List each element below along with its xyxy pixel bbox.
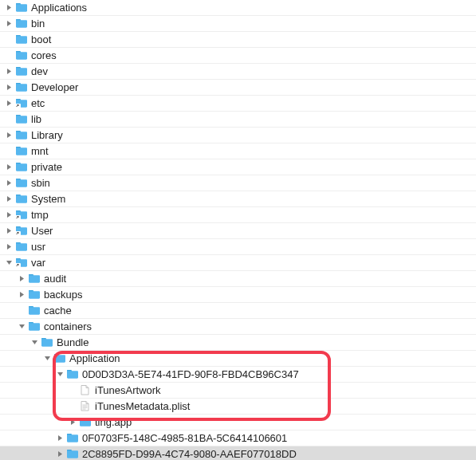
tree-item-label: containers (44, 319, 92, 335)
file-icon (79, 384, 92, 396)
tree-row[interactable]: System (0, 191, 476, 207)
chevron-right-icon[interactable] (5, 195, 14, 203)
chevron-right-icon[interactable] (69, 418, 77, 427)
folder-icon (15, 81, 28, 93)
tree-item-label: Applications (31, 0, 87, 16)
folder-icon (28, 305, 41, 316)
tree-row[interactable]: User (0, 223, 476, 239)
folder-alias-icon (15, 257, 28, 269)
chevron-down-icon[interactable] (5, 258, 14, 267)
chevron-down-icon[interactable] (18, 322, 26, 331)
folder-icon (15, 145, 28, 157)
tree-item-label: dev (31, 64, 48, 80)
folder-icon (66, 448, 79, 460)
chevron-down-icon[interactable] (30, 338, 39, 347)
chevron-right-icon[interactable] (5, 131, 14, 140)
folder-icon (15, 177, 28, 189)
tree-row[interactable]: sbin (0, 175, 476, 191)
chevron-right-icon[interactable] (5, 242, 14, 251)
tree-row[interactable]: private (0, 159, 476, 175)
tree-item-label: etc (31, 96, 45, 112)
tree-row[interactable]: Bundle (0, 335, 476, 351)
tree-row[interactable]: var (0, 255, 476, 271)
tree-row[interactable]: audit (0, 271, 476, 287)
tree-item-label: lib (31, 112, 41, 128)
chevron-right-icon[interactable] (5, 210, 14, 219)
tree-row[interactable]: bin (0, 16, 476, 32)
tree-row[interactable]: etc (0, 96, 476, 112)
tree-item-label: private (31, 159, 62, 175)
folder-icon (28, 289, 41, 301)
tree-row[interactable]: mnt (0, 144, 476, 159)
chevron-right-icon[interactable] (56, 434, 65, 442)
folder-icon (79, 416, 92, 428)
folder-icon (15, 33, 28, 45)
folder-icon (53, 352, 66, 364)
tree-row[interactable]: Developer (0, 80, 476, 96)
tree-row-selected[interactable]: 2C8895FD-D99A-4C74-9080-AAEF077018DD (0, 446, 476, 460)
chevron-right-icon[interactable] (5, 163, 14, 171)
tree-row[interactable]: dev (0, 64, 476, 80)
chevron-right-icon[interactable] (5, 99, 14, 108)
folder-icon (66, 432, 79, 444)
tree-item-label: User (31, 223, 53, 239)
file-tree: Applications bin boot cores dev Develope… (0, 0, 476, 460)
tree-row[interactable]: tmp (0, 207, 476, 223)
tree-item-label: Bundle (57, 335, 89, 351)
folder-alias-icon (15, 209, 28, 221)
tree-row[interactable]: ting.app (0, 415, 476, 431)
tree-row[interactable]: 0D0D3D3A-5E74-41FD-90F8-FBD4CB96C347 (0, 367, 476, 383)
folder-icon (15, 193, 28, 205)
tree-item-label: audit (44, 271, 66, 287)
tree-row[interactable]: iTunesMetadata.plist (0, 399, 476, 415)
tree-row[interactable]: cache (0, 303, 476, 319)
folder-icon (15, 65, 28, 77)
chevron-right-icon[interactable] (56, 450, 65, 458)
folder-icon (15, 18, 28, 29)
chevron-right-icon[interactable] (5, 67, 14, 76)
chevron-right-icon[interactable] (5, 226, 14, 235)
chevron-right-icon[interactable] (5, 19, 14, 28)
tree-row[interactable]: lib (0, 112, 476, 128)
tree-item-label: Developer (31, 80, 78, 96)
chevron-down-icon[interactable] (43, 354, 52, 363)
file-text-icon (79, 400, 92, 412)
tree-item-label: usr (31, 239, 45, 255)
tree-row[interactable]: cores (0, 48, 476, 64)
folder-icon (28, 320, 41, 332)
tree-row[interactable]: backups (0, 287, 476, 303)
tree-item-label: 0F0703F5-148C-4985-81BA-5C6414106601 (82, 431, 287, 446)
tree-row[interactable]: Applications (0, 0, 476, 16)
folder-icon (66, 368, 79, 380)
tree-item-label: tmp (31, 207, 49, 223)
tree-row[interactable]: usr (0, 239, 476, 255)
tree-row[interactable]: boot (0, 32, 476, 48)
tree-item-label: backups (44, 287, 82, 303)
tree-item-label: bin (31, 16, 45, 32)
tree-item-label: 0D0D3D3A-5E74-41FD-90F8-FBD4CB96C347 (82, 367, 299, 383)
tree-item-label: boot (31, 32, 51, 48)
chevron-down-icon[interactable] (56, 370, 65, 379)
folder-icon (15, 113, 28, 125)
tree-row[interactable]: 0F0703F5-148C-4985-81BA-5C6414106601 (0, 431, 476, 446)
tree-row[interactable]: containers (0, 319, 476, 335)
folder-alias-icon (15, 225, 28, 237)
tree-item-label: Application (69, 351, 120, 367)
chevron-right-icon[interactable] (18, 290, 26, 299)
folder-icon (15, 129, 28, 141)
folder-icon (15, 2, 28, 14)
tree-row[interactable]: Application (0, 351, 476, 367)
chevron-right-icon[interactable] (5, 179, 14, 187)
chevron-right-icon[interactable] (5, 83, 14, 92)
tree-item-label: iTunesMetadata.plist (95, 399, 190, 415)
folder-icon (28, 273, 41, 285)
tree-row[interactable]: Library (0, 128, 476, 144)
tree-item-label: ting.app (95, 415, 132, 431)
tree-item-label: cores (31, 48, 57, 64)
folder-icon (15, 161, 28, 173)
tree-row[interactable]: iTunesArtwork (0, 383, 476, 399)
chevron-right-icon[interactable] (5, 3, 14, 12)
chevron-right-icon[interactable] (18, 274, 26, 283)
tree-item-label: sbin (31, 175, 50, 191)
tree-item-label: Library (31, 128, 63, 144)
